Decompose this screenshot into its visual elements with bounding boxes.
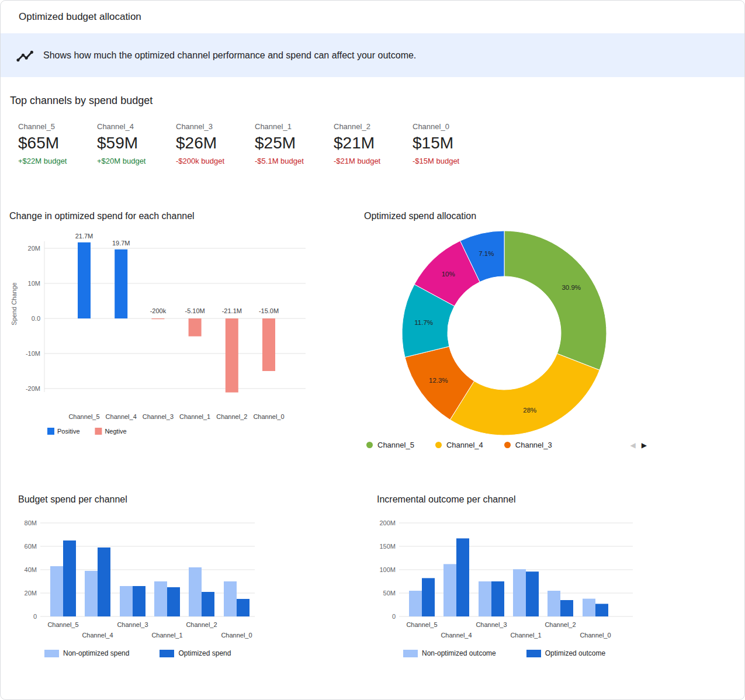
donut-legend-item: Channel_5 [366, 441, 414, 449]
page-title: Optimized budget allocation [19, 11, 141, 23]
y-tick-label: -20M [26, 385, 40, 392]
donut-slice-Channel_5 [504, 231, 607, 370]
channel-name: Channel_0 [413, 122, 491, 131]
x-axis-label: Channel_4 [441, 632, 472, 639]
spend-change-title: Change in optimized spend for each chann… [9, 211, 328, 221]
bar-value-label: -21.1M [222, 307, 242, 314]
x-axis-label: Channel_4 [106, 413, 137, 420]
legend-color-swatch [526, 650, 541, 657]
x-axis-label: Channel_1 [510, 632, 541, 639]
slice-percent-label: 7.1% [479, 250, 494, 257]
slice-percent-label: 11.7% [414, 319, 433, 326]
channel-card: Channel_5$65M+$22M budget [18, 122, 97, 165]
bar-positive [78, 242, 91, 318]
y-tick-label: 80M [25, 519, 37, 526]
channel-card: Channel_0$15M-$15M budget [413, 122, 491, 165]
donut-legend: Channel_5Channel_4Channel_3◀▶ [364, 441, 650, 449]
bar-non-optimized-spend [224, 581, 237, 616]
bar-legend-item: Optimized outcome [526, 649, 605, 657]
channel-spend-value: $21M [334, 134, 413, 153]
slice-percent-label: 12.3% [429, 377, 448, 384]
legend-label: Positive [57, 428, 80, 435]
bar-optimized-outcome [560, 600, 573, 616]
slice-percent-label: 30.9% [562, 284, 581, 291]
y-tick-label: 40M [25, 566, 37, 573]
bar-negative [189, 318, 202, 337]
channel-budget-delta: -$15M budget [413, 157, 491, 165]
budget-spend-title: Budget spend per channel [18, 494, 278, 505]
legend-color-swatch [403, 650, 418, 657]
spend-allocation-title: Optimized spend allocation [364, 211, 650, 221]
y-tick-label: 20M [25, 590, 37, 597]
y-tick-label: 200M [379, 519, 396, 526]
legend-next-button[interactable]: ▶ [642, 442, 647, 449]
legend-color-dot [504, 442, 511, 448]
legend-label: Channel_4 [446, 441, 483, 449]
legend-label: Channel_5 [377, 441, 414, 449]
x-axis-label: Channel_2 [545, 621, 576, 628]
y-tick-label: 150M [379, 543, 396, 550]
legend-prev-button[interactable]: ◀ [630, 442, 636, 449]
legend-label: Non-optimized spend [63, 649, 129, 657]
x-axis-label: Channel_3 [476, 621, 507, 628]
bar-optimized-spend [63, 540, 76, 616]
channel-name: Channel_1 [255, 122, 334, 131]
bar-value-label: -200k [150, 307, 167, 314]
bar-legend-item: Optimized spend [160, 649, 231, 657]
bar-non-optimized-outcome [479, 581, 491, 616]
y-tick-label: 20M [28, 245, 40, 252]
bar-legend-item: Non-optimized spend [44, 649, 129, 657]
legend-label: Optimized spend [178, 649, 231, 657]
channel-spend-value: $25M [255, 134, 334, 153]
channel-budget-delta: +$20M budget [97, 157, 176, 165]
channel-budget-delta: +$22M budget [18, 157, 97, 165]
legend-swatch [95, 428, 102, 435]
bar-optimized-spend [237, 599, 250, 616]
donut-legend-item: Channel_3 [504, 441, 552, 449]
channel-card: Channel_4$59M+$20M budget [97, 122, 176, 165]
top-channels-cards: Channel_5$65M+$22M budgetChannel_4$59M+$… [18, 122, 491, 165]
channel-spend-value: $26M [176, 134, 255, 153]
legend-label: Negtive [105, 428, 126, 435]
slice-percent-label: 10% [442, 271, 455, 278]
x-axis-label: Channel_5 [68, 413, 99, 420]
bar-value-label: 21.7M [75, 233, 93, 240]
donut-svg: 30.9%28%12.3%11.7%10%7.1% [364, 227, 650, 438]
budget-spend-chart: Budget spend per channel 020M40M60M80MCh… [18, 494, 278, 657]
x-axis-label: Channel_0 [580, 632, 611, 639]
top-channels-heading: Top channels by spend budget [10, 95, 153, 107]
bar-positive [115, 249, 127, 318]
legend-label: Optimized outcome [545, 649, 605, 657]
legend-color-dot [366, 442, 373, 448]
slice-percent-label: 28% [523, 407, 536, 414]
bar-value-label: -5.10M [185, 307, 205, 314]
bar-non-optimized-outcome [548, 591, 560, 616]
incremental-outcome-svg: 050M100M150M200MChannel_5Channel_4Channe… [377, 515, 637, 641]
bar-value-label: 19.7M [112, 240, 130, 247]
donut-legend-item: Channel_4 [435, 441, 483, 449]
y-tick-label: -10M [26, 350, 40, 357]
bar-non-optimized-outcome [513, 569, 526, 616]
y-tick-label: 10M [28, 280, 40, 287]
budget-spend-legend: Non-optimized spendOptimized spend [18, 649, 278, 657]
bar-optimized-outcome [422, 578, 435, 616]
y-tick-label: 0.0 [32, 315, 40, 322]
bar-non-optimized-outcome [583, 599, 595, 616]
bar-non-optimized-spend [85, 571, 98, 616]
info-banner: Shows how much the optimized channel per… [1, 33, 744, 77]
channel-budget-delta: -$5.1M budget [255, 157, 334, 165]
legend-color-swatch [44, 650, 59, 657]
channel-name: Channel_3 [176, 122, 255, 131]
bar-non-optimized-spend [154, 581, 167, 616]
channel-card: Channel_1$25M-$5.1M budget [255, 122, 334, 165]
x-axis-label: Channel_1 [151, 632, 182, 639]
bar-value-label: -15.0M [259, 307, 279, 314]
legend-label: Channel_3 [515, 441, 552, 449]
budget-spend-svg: 020M40M60M80MChannel_5Channel_4Channel_3… [18, 515, 278, 641]
x-axis-label: Channel_3 [143, 413, 174, 420]
bar-optimized-outcome [456, 538, 469, 616]
y-tick-label: 0 [33, 613, 37, 620]
legend-color-swatch [160, 650, 174, 657]
bar-optimized-outcome [491, 581, 504, 616]
incremental-outcome-legend: Non-optimized outcomeOptimized outcome [377, 649, 637, 657]
